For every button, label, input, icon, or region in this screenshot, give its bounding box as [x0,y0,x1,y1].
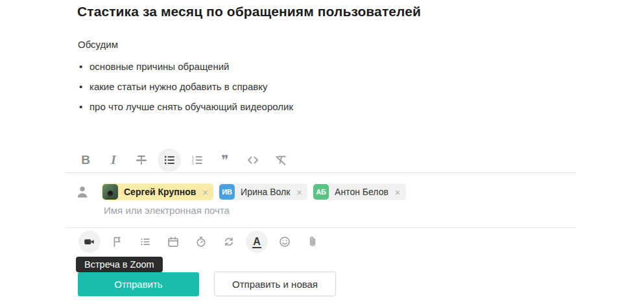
body-bullet-list: основные причины обращений какие статьи … [78,56,293,117]
numbered-list-icon: 1 2 3 [189,152,205,168]
formatting-toolbar: B I 1 2 3 ❞ [74,148,292,172]
font-color-icon: A [252,236,261,248]
bullet-item: основные причины обращений [78,56,293,76]
strikethrough-button[interactable] [130,148,153,172]
send-button[interactable]: Отправить [78,272,199,296]
body-intro: Обсудим [78,38,293,52]
send-and-new-button[interactable]: Отправить и новая [214,272,336,296]
bullet-item: про что лучше снять обучающий видеоролик [78,97,293,117]
reminder-button[interactable] [190,231,212,253]
calendar-button[interactable] [162,231,184,253]
attachment-toolbar: A [78,231,324,253]
italic-icon: I [111,153,115,167]
numbered-list-button[interactable]: 1 2 3 [185,148,209,172]
calendar-icon [166,235,180,249]
sync-icon [222,235,236,249]
svg-text:3: 3 [192,161,195,165]
code-icon [245,152,261,168]
bulleted-list-icon [161,152,177,168]
avatar [102,184,118,200]
emoji-icon [278,235,292,249]
alarm-clock-icon [194,235,208,249]
bold-button[interactable]: B [74,148,97,172]
zoom-meeting-tooltip: Встреча в Zoom [76,257,163,272]
bold-icon: B [81,153,90,167]
zoom-meeting-button[interactable] [78,231,101,253]
italic-button[interactable]: I [102,148,125,172]
page-title: Стастика за месяц по обращениям пользова… [77,4,421,19]
emoji-button[interactable] [274,231,296,253]
recipient-name: Ирина Волк [235,187,294,197]
attach-file-button[interactable] [302,231,324,253]
comment-editor-body[interactable]: Обсудим основные причины обращений какие… [78,38,293,117]
paperclip-icon [305,235,320,249]
recipient-chip[interactable]: АБ Антон Белов × [313,183,406,200]
quote-icon: ❞ [221,157,228,163]
code-button[interactable] [241,148,265,172]
checklist-icon [138,235,152,249]
strikethrough-icon [134,152,149,168]
remove-recipient-icon[interactable]: × [393,187,406,197]
recipient-name: Антон Белов [329,187,393,197]
quote-button[interactable]: ❞ [213,148,237,172]
flag-button[interactable] [106,231,128,253]
avatar: ИВ [219,184,235,200]
assignee-person-icon [74,183,91,203]
recipient-chip-list: Сергей Крупнов × ИВ Ирина Волк × АБ Анто… [102,183,406,200]
avatar: АБ [313,184,329,200]
checklist-button[interactable] [134,231,156,253]
clear-formatting-icon [273,152,289,168]
bulleted-list-button[interactable] [158,148,181,172]
video-camera-icon [82,235,97,249]
bullet-item: какие статьи нужно добавить в справку [78,76,293,97]
divider [65,172,577,173]
issue-compose-view: Стастика за месяц по обращениям пользова… [0,0,644,304]
recipient-search-input[interactable] [102,204,352,216]
recurrence-button[interactable] [218,231,240,253]
font-color-button[interactable]: A [246,231,268,253]
flag-icon [110,235,125,249]
recipient-chip[interactable]: ИВ Ирина Волк × [219,183,307,200]
recipient-name: Сергей Крупнов [119,187,200,197]
remove-recipient-icon[interactable]: × [200,187,213,197]
remove-recipient-icon[interactable]: × [294,187,307,197]
clear-formatting-button[interactable] [269,148,292,172]
divider [65,228,577,228]
recipient-chip[interactable]: Сергей Крупнов × [102,183,213,200]
